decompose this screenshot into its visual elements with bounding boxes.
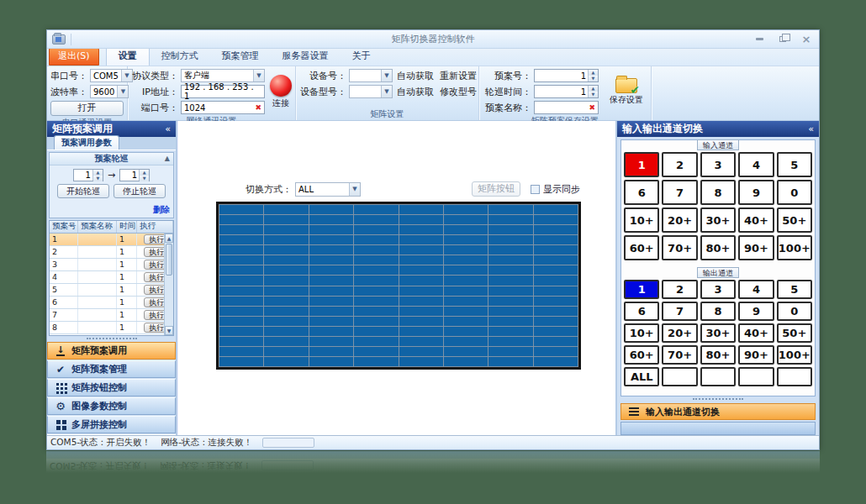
output-channel-cell[interactable]: 80+ (700, 345, 736, 365)
matrix-cell[interactable] (309, 235, 353, 244)
tab-control-mode[interactable]: 控制方式 (150, 47, 210, 66)
matrix-cell[interactable] (534, 235, 578, 244)
matrix-cell[interactable] (219, 327, 263, 336)
table-row[interactable]: 4 1 执行 (50, 271, 173, 284)
clear-icon[interactable]: ✖ (255, 103, 261, 112)
device-model-combo[interactable]: ▼ (349, 85, 393, 98)
matrix-cell[interactable] (354, 205, 398, 214)
input-channel-cell[interactable]: 3 (700, 152, 736, 177)
matrix-cell[interactable] (488, 225, 532, 234)
matrix-cell[interactable] (444, 317, 488, 326)
matrix-cell[interactable] (444, 215, 488, 224)
matrix-cell[interactable] (399, 205, 443, 214)
matrix-cell[interactable] (309, 276, 353, 285)
matrix-cell[interactable] (444, 357, 488, 366)
matrix-cell[interactable] (219, 215, 263, 224)
matrix-cell[interactable] (309, 297, 353, 306)
input-channel-cell[interactable]: 10+ (624, 207, 659, 233)
matrix-cell[interactable] (399, 347, 443, 356)
tab-settings[interactable]: 设置 (106, 46, 150, 66)
matrix-cell[interactable] (264, 276, 308, 285)
matrix-cell[interactable] (309, 225, 353, 234)
spin-down-icon[interactable]: ▼ (589, 76, 598, 81)
matrix-cell[interactable] (488, 317, 532, 326)
table-row[interactable]: 5 1 执行 (50, 284, 173, 297)
col-preset-no[interactable]: 预案号 (50, 221, 78, 233)
matrix-cell[interactable] (488, 205, 532, 214)
save-settings-button[interactable]: ✔ 保存设置 (605, 69, 647, 114)
output-channel-cell[interactable] (662, 367, 697, 386)
table-row[interactable]: 3 1 执行 (50, 259, 173, 271)
output-channel-cell[interactable] (700, 367, 736, 386)
matrix-cell[interactable] (488, 255, 532, 265)
table-row[interactable]: 8 1 执行 (50, 322, 173, 334)
matrix-cell[interactable] (444, 337, 488, 346)
output-channel-cell[interactable]: 9 (738, 302, 774, 321)
matrix-cell[interactable] (444, 255, 488, 265)
net-port-input[interactable]: 1024✖ (181, 101, 265, 114)
matrix-cell[interactable] (309, 205, 353, 214)
protocol-combo[interactable]: 客户端▼ (181, 69, 265, 82)
matrix-cell[interactable] (219, 347, 263, 356)
output-channel-cell[interactable]: 6 (624, 302, 659, 321)
ip-input[interactable]: 192 . 168 . 253 . 1 (181, 85, 265, 98)
input-channel-cell[interactable]: 30+ (700, 207, 736, 233)
output-channel-cell[interactable]: 90+ (738, 345, 774, 365)
matrix-cell[interactable] (534, 265, 578, 275)
spin-up-icon[interactable]: ▲ (589, 86, 598, 92)
matrix-cell[interactable] (399, 327, 443, 336)
matrix-cell[interactable] (488, 357, 532, 366)
input-channel-cell[interactable]: 100+ (777, 235, 812, 260)
matrix-cell[interactable] (264, 347, 308, 356)
tab-preset-call-params[interactable]: 预案调用参数 (54, 135, 119, 150)
preset-name-input[interactable]: ✖ (534, 101, 599, 114)
matrix-cell[interactable] (444, 265, 488, 275)
matrix-cell[interactable] (219, 205, 263, 214)
matrix-cell[interactable] (444, 347, 488, 356)
poll-to-spinner[interactable]: 1 ▲▼ (119, 169, 150, 181)
input-channel-cell[interactable]: 80+ (700, 235, 736, 260)
output-channel-cell[interactable]: 30+ (700, 323, 736, 343)
input-channel-cell[interactable]: 90+ (738, 235, 774, 260)
matrix-cell[interactable] (354, 327, 398, 336)
matrix-cell[interactable] (399, 286, 443, 296)
nav-preset-manage[interactable]: ✔ 矩阵预案管理 (47, 360, 176, 378)
matrix-cell[interactable] (488, 307, 532, 316)
matrix-cell[interactable] (534, 317, 578, 326)
spin-up-icon[interactable]: ▲ (140, 170, 149, 176)
matrix-cell[interactable] (309, 357, 353, 366)
matrix-cell[interactable] (219, 317, 263, 326)
table-row[interactable]: 7 1 执行 (50, 309, 173, 322)
output-channel-cell[interactable]: 5 (777, 280, 812, 299)
col-exec[interactable]: 执行 (137, 221, 173, 233)
matrix-cell[interactable] (488, 276, 532, 285)
matrix-cell[interactable] (534, 307, 578, 316)
matrix-cell[interactable] (264, 327, 308, 336)
delete-link[interactable]: 删除 (153, 205, 170, 214)
input-channel-cell[interactable]: 8 (700, 180, 736, 205)
matrix-cell[interactable] (219, 245, 263, 255)
matrix-cell[interactable] (444, 276, 488, 285)
output-channel-cell[interactable]: 60+ (624, 345, 659, 365)
output-channel-cell[interactable]: ALL (624, 367, 659, 386)
table-row[interactable]: 6 1 执行 (50, 297, 173, 309)
matrix-cell[interactable] (488, 215, 532, 224)
clear-icon[interactable]: ✖ (589, 103, 595, 112)
input-channel-cell[interactable]: 1 (624, 152, 659, 177)
matrix-cell[interactable] (488, 235, 532, 244)
matrix-cell[interactable] (399, 215, 443, 224)
matrix-cell[interactable] (309, 215, 353, 224)
matrix-cell[interactable] (354, 337, 398, 346)
table-row[interactable]: 1 1 执行 (50, 234, 173, 246)
input-channel-cell[interactable]: 50+ (777, 207, 812, 233)
matrix-cell[interactable] (264, 337, 308, 346)
input-channel-cell[interactable]: 7 (662, 180, 697, 205)
matrix-cell[interactable] (264, 235, 308, 244)
matrix-cell[interactable] (399, 235, 443, 244)
matrix-cell[interactable] (354, 297, 398, 306)
matrix-cell[interactable] (399, 307, 443, 316)
matrix-cell[interactable] (309, 245, 353, 255)
collapse-up-icon[interactable]: ▲ (165, 155, 170, 162)
matrix-cell[interactable] (534, 327, 578, 336)
output-channel-cell[interactable] (777, 367, 812, 386)
